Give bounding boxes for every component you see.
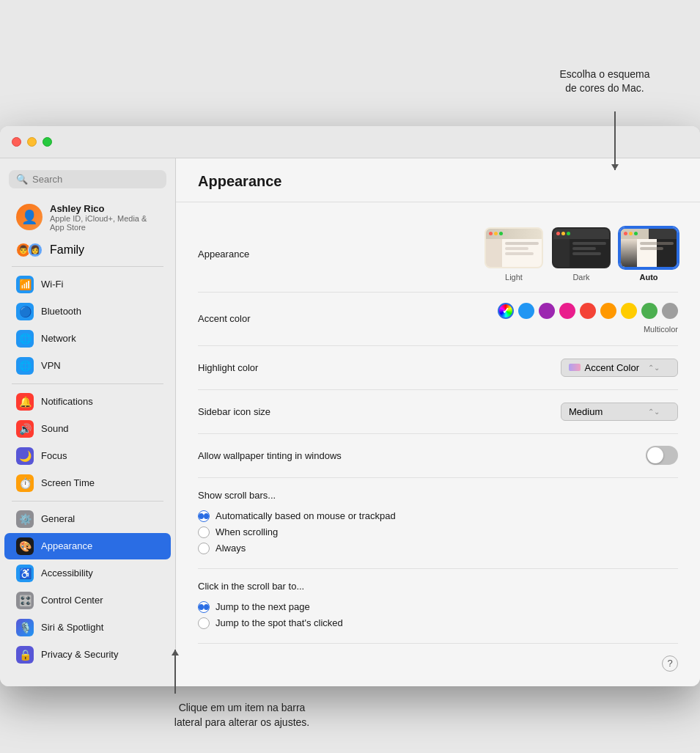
appearance-option-dark[interactable]: Dark xyxy=(552,227,611,282)
sidebar-user[interactable]: 👤 Ashley Rico Apple ID, iCloud+, Media &… xyxy=(4,197,171,238)
accent-dot-blue[interactable] xyxy=(518,303,534,319)
appearance-options-group: Light xyxy=(485,227,678,282)
sidebar-icon-size-row: Sidebar icon size Medium xyxy=(198,390,678,434)
click-scroll-spot-radio[interactable] xyxy=(198,617,210,629)
accent-dot-green[interactable] xyxy=(641,303,657,319)
click-scroll-section: Click in the scroll bar to... Jump to th… xyxy=(198,569,678,644)
sidebar-item-appearance[interactable]: 🎨 Appearance xyxy=(4,533,171,559)
general-icon: ⚙️ xyxy=(16,510,34,528)
help-row: ? xyxy=(198,644,678,672)
radio-indicator xyxy=(199,513,204,519)
preview-bar-auto xyxy=(621,229,677,239)
content-area: 🔍 👤 Ashley Rico Apple ID, iCloud+, Media… xyxy=(0,158,700,686)
preview-content-dark xyxy=(570,239,609,268)
highlight-swatch xyxy=(569,364,581,371)
close-button[interactable] xyxy=(12,137,21,147)
sidebar-item-screentime[interactable]: ⏱️ Screen Time xyxy=(4,470,171,496)
sidebar-item-label-vpn: VPN xyxy=(41,360,61,371)
sidebar-item-vpn[interactable]: 🌐 VPN xyxy=(4,353,171,379)
accent-dot-red[interactable] xyxy=(580,303,596,319)
highlight-color-dropdown[interactable]: Accent Color xyxy=(561,359,678,377)
arrow-bottom xyxy=(174,650,176,694)
click-scroll-nextpage-option[interactable]: Jump to the next page xyxy=(198,599,678,615)
sidebar-item-focus[interactable]: 🌙 Focus xyxy=(4,443,171,469)
appearance-label-dark: Dark xyxy=(572,273,589,282)
minimize-button[interactable] xyxy=(27,137,37,147)
accent-dot-purple[interactable] xyxy=(539,303,555,319)
sidebar-item-notifications[interactable]: 🔔 Notifications xyxy=(4,389,171,415)
appearance-option-light[interactable]: Light xyxy=(485,227,543,282)
sidebar-item-privacy[interactable]: 🔒 Privacy & Security xyxy=(4,642,171,668)
wallpaper-tinting-toggle[interactable] xyxy=(646,446,678,465)
sidebar-item-label-siri: Siri & Spotlight xyxy=(41,622,103,633)
preview-body-dark xyxy=(553,239,609,268)
accent-color-control: Multicolor xyxy=(345,303,678,335)
accent-dot-multicolor[interactable] xyxy=(498,303,514,319)
search-input[interactable] xyxy=(32,174,159,185)
accent-dot-orange[interactable] xyxy=(600,303,616,319)
sidebar-item-label-focus: Focus xyxy=(41,450,67,461)
sidebar-section-system: 🔔 Notifications 🔊 Sound 🌙 Focus ⏱️ Scree… xyxy=(0,389,175,496)
preview-body-light xyxy=(486,239,542,268)
preview-sidebar-auto xyxy=(621,239,637,268)
accessibility-icon: ♿ xyxy=(16,565,34,582)
scroll-auto-radio[interactable] xyxy=(198,510,210,522)
sidebar-item-label-controlcenter: Control Center xyxy=(41,595,103,606)
appearance-preview-light xyxy=(485,227,543,268)
sidebar-item-bluetooth[interactable]: 🔵 Bluetooth xyxy=(4,298,171,325)
click-scroll-nextpage-radio[interactable] xyxy=(198,601,210,613)
scroll-auto-label: Automatically based on mouse or trackpad xyxy=(215,510,396,521)
click-scroll-spot-label: Jump to the spot that's clicked xyxy=(215,617,343,628)
maximize-button[interactable] xyxy=(43,137,52,147)
sidebar-item-label-privacy: Privacy & Security xyxy=(41,649,118,660)
scroll-always-radio[interactable] xyxy=(198,543,210,554)
sidebar-item-accessibility[interactable]: ♿ Accessibility xyxy=(4,560,171,587)
appearance-preview-auto xyxy=(619,227,678,268)
appearance-options: Light xyxy=(345,227,678,282)
scroll-always-option[interactable]: Always xyxy=(198,540,678,557)
search-box[interactable]: 🔍 xyxy=(9,170,166,188)
arrow-top xyxy=(614,111,616,170)
sidebar-item-siri[interactable]: 🎙️ Siri & Spotlight xyxy=(4,614,171,641)
preview-sidebar-light xyxy=(486,239,502,268)
sidebar-item-label-accessibility: Accessibility xyxy=(41,567,93,578)
accent-dot-yellow[interactable] xyxy=(621,303,637,319)
sidebar-item-label-wifi: Wi-Fi xyxy=(41,279,63,290)
sidebar-item-label-notifications: Notifications xyxy=(41,396,93,407)
preview-line-dark-1 xyxy=(572,242,606,245)
siri-icon: 🎙️ xyxy=(16,619,34,636)
sidebar-item-label-sound: Sound xyxy=(41,423,69,434)
scroll-auto-option[interactable]: Automatically based on mouse or trackpad xyxy=(198,508,678,524)
scroll-scrolling-option[interactable]: When scrolling xyxy=(198,524,678,540)
panel-content: Appearance xyxy=(176,202,700,686)
sidebar-divider-1 xyxy=(12,266,163,267)
preview-line-2 xyxy=(505,247,528,250)
radio-indicator-2 xyxy=(199,604,204,610)
settings-window: 🔍 👤 Ashley Rico Apple ID, iCloud+, Media… xyxy=(0,126,700,686)
sidebar-item-label-bluetooth: Bluetooth xyxy=(41,306,81,317)
scroll-scrolling-radio[interactable] xyxy=(198,526,210,538)
sidebar-item-general[interactable]: ⚙️ General xyxy=(4,506,171,532)
sidebar: 🔍 👤 Ashley Rico Apple ID, iCloud+, Media… xyxy=(0,158,176,686)
scroll-bars-section: Show scroll bars... Automatically based … xyxy=(198,478,678,569)
preview-line-auto-2 xyxy=(640,247,663,250)
appearance-option-auto[interactable]: Auto xyxy=(619,227,678,282)
accent-dot-graphite[interactable] xyxy=(662,303,678,319)
sidebar-icon-size-dropdown[interactable]: Medium xyxy=(561,403,678,421)
sidebar-item-sound[interactable]: 🔊 Sound xyxy=(4,416,171,442)
help-button[interactable]: ? xyxy=(662,655,678,672)
sidebar-icon-size-control: Medium xyxy=(345,403,678,421)
click-scroll-spot-option[interactable]: Jump to the spot that's clicked xyxy=(198,615,678,631)
sidebar-item-wifi[interactable]: 📶 Wi-Fi xyxy=(4,271,171,298)
avatar: 👤 xyxy=(16,204,43,230)
sidebar-item-controlcenter[interactable]: 🎛️ Control Center xyxy=(4,587,171,614)
preview-line-1 xyxy=(505,242,539,245)
multicolor-label: Multicolor xyxy=(644,325,678,334)
sidebar-item-family[interactable]: 👨 👩 Family xyxy=(4,238,171,262)
sidebar-icon-size-label: Sidebar icon size xyxy=(198,406,345,417)
sidebar-item-network[interactable]: 🌐 Network xyxy=(4,326,171,352)
preview-dot-yellow-dark xyxy=(561,232,565,235)
accent-dot-pink[interactable] xyxy=(559,303,575,319)
accent-color-row-dots xyxy=(498,303,678,319)
preview-dot-red-auto xyxy=(624,232,627,235)
